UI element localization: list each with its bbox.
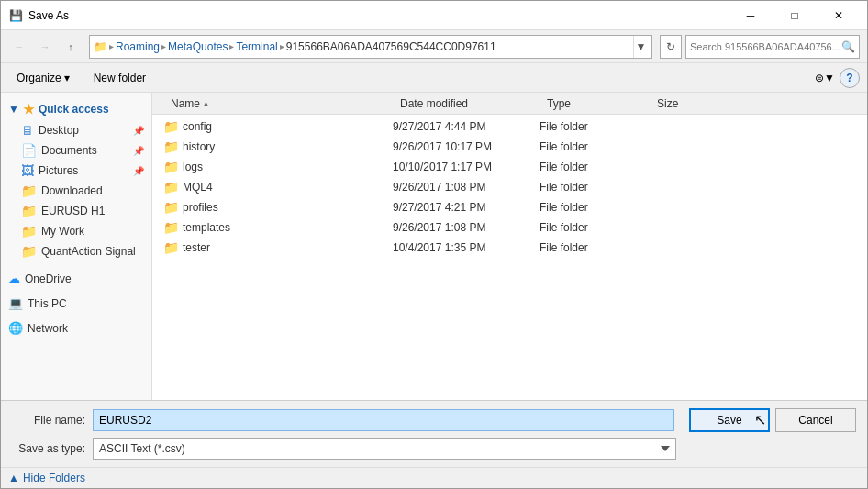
table-row[interactable]: 📁 logs 10/10/2017 1:17 PM File folder [152, 157, 867, 177]
sidebar-item-quantaction-label: QuantAction Signal [41, 245, 136, 258]
sidebar-item-downloaded-label: Downloaded [41, 184, 103, 197]
sidebar-item-mywork[interactable]: 📁 My Work [1, 221, 151, 241]
title-bar: 💾 Save As ─ □ ✕ [1, 1, 867, 30]
file-type-cell: File folder [536, 221, 646, 234]
breadcrumb-roaming[interactable]: Roaming [116, 40, 160, 53]
sidebar-item-desktop-label: Desktop [39, 124, 79, 137]
view-button[interactable]: ⊜ ▼ [814, 67, 836, 89]
table-row[interactable]: 📁 history 9/26/2017 10:17 PM File folder [152, 137, 867, 157]
header-type[interactable]: Type [543, 97, 653, 110]
toolbar-right: ⊜ ▼ ? [814, 67, 860, 89]
breadcrumb-folder-icon[interactable]: 📁 [94, 40, 107, 53]
file-name-text: MQL4 [183, 181, 213, 194]
search-input[interactable] [690, 41, 841, 52]
sidebar-item-mywork-label: My Work [41, 225, 84, 238]
address-dropdown[interactable]: ▼ [633, 36, 648, 58]
hide-folders-arrow-icon: ▲ [8, 472, 19, 484]
table-row[interactable]: 📁 MQL4 9/26/2017 1:08 PM File folder [152, 177, 867, 197]
sidebar-item-pictures[interactable]: 🖼 Pictures 📌 [1, 161, 151, 181]
breadcrumb-current: 915566BA06ADA407569C544CC0D97611 [286, 40, 496, 53]
header-size-label: Size [657, 97, 678, 110]
file-name-text: logs [183, 161, 203, 173]
file-type-cell: File folder [536, 161, 646, 173]
folder-icon: 📁 [163, 139, 179, 154]
header-name[interactable]: Name ▲ [167, 97, 396, 110]
sidebar-item-downloaded[interactable]: 📁 Downloaded [1, 181, 151, 201]
sidebar-item-quantaction[interactable]: 📁 QuantAction Signal [1, 241, 151, 261]
file-name-cell: 📁 history [160, 139, 389, 154]
maximize-button[interactable]: □ [773, 2, 816, 29]
quick-access-label: Quick access [39, 103, 109, 116]
forward-button[interactable]: → [34, 36, 56, 58]
documents-icon: 📄 [21, 143, 37, 158]
window-controls: ─ □ ✕ [729, 2, 860, 29]
file-type-cell: File folder [536, 181, 646, 194]
sidebar-item-network[interactable]: 🌐 Network [1, 318, 151, 338]
view-dropdown-icon: ▼ [824, 72, 835, 84]
organize-button[interactable]: Organize ▾ [8, 67, 78, 89]
sidebar-network-label: Network [28, 322, 68, 335]
table-row[interactable]: 📁 templates 9/26/2017 1:08 PM File folde… [152, 217, 867, 238]
sort-arrow-icon: ▲ [202, 99, 210, 108]
network-icon: 🌐 [8, 321, 23, 335]
file-date-cell: 9/26/2017 10:17 PM [389, 140, 536, 153]
sidebar-item-documents[interactable]: 📄 Documents 📌 [1, 140, 151, 161]
new-folder-button[interactable]: New folder [85, 67, 154, 89]
savetype-row: Save as type: ASCII Text (*.csv) [12, 438, 856, 460]
savetype-select[interactable]: ASCII Text (*.csv) [93, 438, 676, 460]
address-bar[interactable]: 📁 ▸ Roaming ▸ MetaQuotes ▸ Terminal ▸ 91… [89, 35, 652, 59]
breadcrumb-terminal[interactable]: Terminal [236, 40, 277, 53]
quick-access-section: ▼ ★ Quick access 🖥 Desktop 📌 📄 Documents… [1, 96, 151, 263]
file-date-cell: 9/27/2017 4:44 PM [389, 120, 536, 133]
savetype-label: Save as type: [12, 442, 85, 455]
sidebar-thispc-label: This PC [28, 297, 67, 310]
file-name-cell: 📁 templates [160, 220, 389, 235]
save-as-dialog: 💾 Save As ─ □ ✕ ← → ↑ 📁 ▸ Roaming ▸ Meta… [0, 0, 868, 489]
minimize-button[interactable]: ─ [729, 2, 772, 29]
file-name-text: history [183, 140, 215, 153]
sidebar-item-desktop[interactable]: 🖥 Desktop 📌 [1, 120, 151, 140]
search-box[interactable]: 🔍 [685, 35, 860, 59]
header-type-label: Type [547, 97, 571, 110]
dialog-title: Save As [28, 9, 729, 22]
address-toolbar: ← → ↑ 📁 ▸ Roaming ▸ MetaQuotes ▸ Termina… [1, 30, 867, 63]
help-button[interactable]: ? [840, 68, 860, 88]
up-button[interactable]: ↑ [60, 36, 82, 58]
sidebar-item-thispc[interactable]: 💻 This PC [1, 294, 151, 313]
header-date[interactable]: Date modified [396, 97, 543, 110]
quick-access-header[interactable]: ▼ ★ Quick access [1, 98, 151, 120]
file-name-text: profiles [183, 201, 218, 214]
header-size[interactable]: Size [653, 97, 727, 110]
sidebar: ▼ ★ Quick access 🖥 Desktop 📌 📄 Documents… [1, 93, 152, 400]
save-button[interactable]: Save ↖ [689, 408, 770, 432]
refresh-button[interactable]: ↻ [660, 35, 682, 59]
file-name-text: config [183, 120, 212, 133]
organize-arrow-icon: ▾ [64, 72, 70, 84]
cancel-button[interactable]: Cancel [775, 408, 856, 432]
folder-icon: 📁 [163, 180, 179, 194]
sidebar-item-eurusd[interactable]: 📁 EURUSD H1 [1, 201, 151, 221]
folder-icon: 📁 [163, 220, 179, 235]
file-name-text: tester [183, 241, 210, 254]
hide-folders-bar[interactable]: ▲ Hide Folders [1, 467, 867, 488]
breadcrumb-metaquotes[interactable]: MetaQuotes [168, 40, 228, 53]
table-row[interactable]: 📁 config 9/27/2017 4:44 PM File folder [152, 117, 867, 137]
back-button[interactable]: ← [8, 36, 30, 58]
header-name-label: Name [171, 97, 200, 110]
sidebar-item-pictures-label: Pictures [39, 164, 78, 177]
downloaded-icon: 📁 [21, 183, 37, 198]
file-name-cell: 📁 logs [160, 160, 389, 174]
filename-input[interactable] [93, 409, 674, 431]
sidebar-item-onedrive[interactable]: ☁ OneDrive [1, 269, 151, 288]
table-row[interactable]: 📁 profiles 9/27/2017 4:21 PM File folder [152, 197, 867, 217]
organize-label: Organize [17, 72, 61, 84]
table-row[interactable]: 📁 tester 10/4/2017 1:35 PM File folder [152, 238, 867, 258]
folder-icon: 📁 [163, 200, 179, 215]
header-date-label: Date modified [400, 97, 468, 110]
close-button[interactable]: ✕ [818, 2, 860, 29]
file-name-text: templates [183, 221, 230, 234]
quantaction-icon: 📁 [21, 244, 37, 259]
file-date-cell: 9/26/2017 1:08 PM [389, 181, 536, 194]
file-date-cell: 9/27/2017 4:21 PM [389, 201, 536, 214]
quick-access-arrow-icon: ▼ [8, 103, 19, 116]
